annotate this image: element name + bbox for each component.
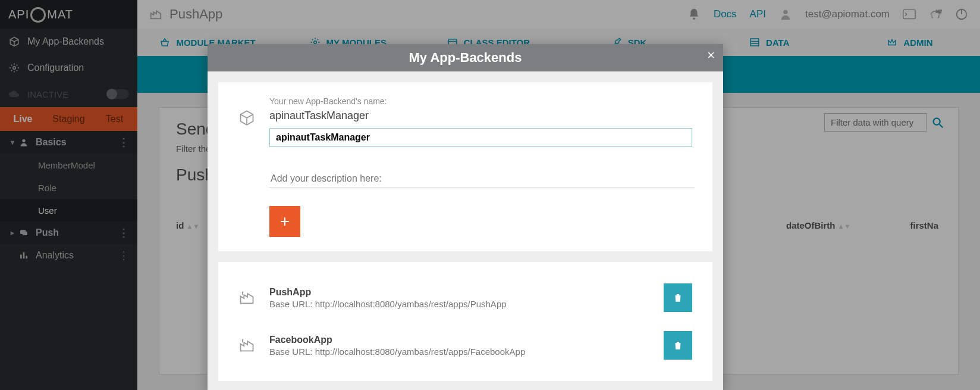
delete-backend-button[interactable]: [664, 283, 692, 312]
new-backend-name-display: apinautTaskManager: [269, 110, 692, 122]
factory-icon: [238, 337, 259, 354]
backend-name: PushApp: [269, 287, 653, 298]
backend-name: FacebookApp: [269, 335, 653, 345]
modal-header: My App-Backends ×: [208, 44, 723, 71]
plus-icon: +: [280, 212, 290, 231]
backend-row[interactable]: PushApp Base URL: http://localhost:8080/…: [238, 276, 692, 319]
delete-backend-button[interactable]: [664, 331, 692, 360]
new-backend-label: Your new App-Backend's name:: [269, 96, 692, 106]
new-backend-name-input[interactable]: [269, 128, 692, 147]
trash-icon: [673, 340, 683, 351]
close-icon[interactable]: ×: [707, 49, 715, 62]
modal-title: My App-Backends: [409, 50, 522, 65]
new-backend-desc-input[interactable]: [269, 170, 695, 188]
backend-url: Base URL: http://localhost:8080/yambas/r…: [269, 347, 653, 357]
cube-icon: [238, 110, 259, 126]
backends-list-panel: PushApp Base URL: http://localhost:8080/…: [218, 262, 712, 381]
add-backend-button[interactable]: +: [269, 206, 300, 237]
factory-icon: [238, 289, 259, 306]
modal-my-backends: My App-Backends × Your new App-Backend's…: [208, 44, 723, 390]
trash-icon: [673, 292, 683, 303]
backend-url: Base URL: http://localhost:8080/yambas/r…: [269, 299, 653, 309]
new-backend-panel: Your new App-Backend's name: apinautTask…: [218, 82, 712, 251]
backend-row[interactable]: FacebookApp Base URL: http://localhost:8…: [238, 324, 692, 367]
